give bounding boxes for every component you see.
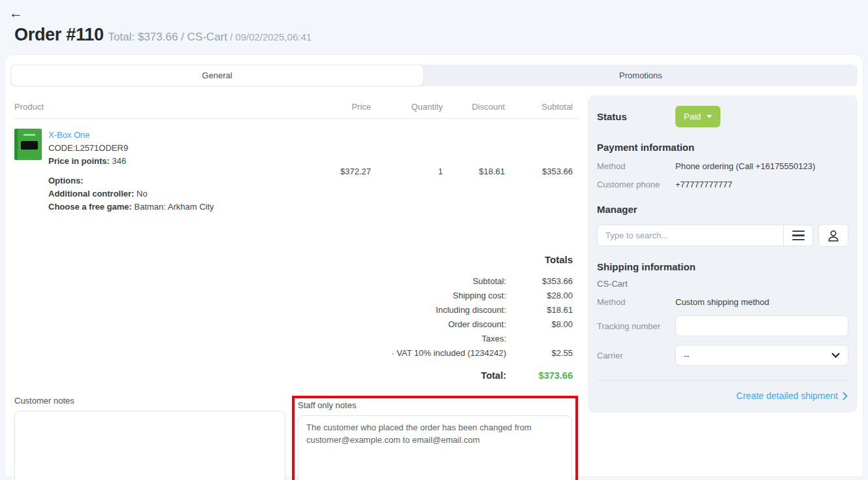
- carrier-row: Carrier --: [597, 345, 848, 366]
- column-header-subtotal: Subtotal: [505, 102, 578, 112]
- carrier-selected-value: --: [684, 351, 690, 360]
- payment-method-value: Phone ordering (Call +16175550123): [675, 161, 815, 171]
- totals-row-subtotal: Subtotal: $353.66: [14, 274, 578, 289]
- product-discount: $18.61: [443, 167, 505, 176]
- page-title: Order #110: [14, 25, 104, 44]
- order-status-button[interactable]: Paid: [675, 106, 720, 127]
- totals-row-total: Total: $373.66: [14, 368, 578, 383]
- manager-heading: Manager: [597, 204, 848, 215]
- product-code: CODE:L2571ODER9: [48, 142, 214, 155]
- panel-divider: [597, 380, 848, 381]
- product-thumbnail: [14, 129, 42, 160]
- title-row: Order #110Total: $373.66 / CS-Cart/ 09/0…: [9, 21, 868, 55]
- product-points-line: Price in points: 346: [48, 155, 214, 168]
- manager-search-input[interactable]: [597, 225, 783, 246]
- chevron-down-icon: [831, 353, 840, 359]
- totals-row-order-discount: Order discount: $8.00: [14, 317, 578, 332]
- shipping-method-value: Custom shipping method: [675, 297, 769, 307]
- column-header-discount: Discount: [443, 102, 505, 112]
- payment-method-row: Method Phone ordering (Call +16175550123…: [597, 161, 848, 171]
- column-header-product: Product: [14, 102, 293, 112]
- shipping-information-heading: Shipping information: [597, 261, 848, 272]
- person-icon: [826, 229, 841, 243]
- tab-bar: General Promotions: [10, 65, 858, 86]
- customer-notes-block: Customer notes: [14, 396, 285, 480]
- tracking-number-row: Tracking number: [597, 315, 848, 336]
- total-label: Total:: [481, 368, 506, 383]
- customer-notes-textarea[interactable]: [14, 411, 285, 480]
- product-name-link[interactable]: X-Box One: [48, 130, 90, 140]
- create-detailed-shipment-link[interactable]: Create detailed shipment: [597, 391, 848, 401]
- hamburger-icon: [792, 231, 805, 241]
- product-table-header: Product Price Quantity Discount Subtotal: [14, 95, 578, 119]
- back-arrow-icon[interactable]: ←: [9, 5, 26, 21]
- column-header-price: Price: [293, 102, 371, 112]
- order-status-panel: Status Paid Payment information Method P…: [588, 95, 858, 413]
- status-row: Status Paid: [597, 106, 848, 127]
- totals-row-taxes: Taxes:: [14, 332, 578, 346]
- payment-information-heading: Payment information: [597, 142, 848, 153]
- assign-manager-button[interactable]: [818, 224, 848, 247]
- product-options-heading: Options:: [48, 174, 214, 187]
- staff-notes-label: Staff only notes: [298, 400, 572, 410]
- product-option: Additional controller: No: [48, 187, 214, 200]
- product-quantity: 1: [371, 167, 443, 176]
- product-row: X-Box One CODE:L2571ODER9 Price in point…: [14, 119, 578, 221]
- product-subtotal: $353.66: [505, 167, 578, 176]
- product-price: $372.27: [293, 167, 371, 176]
- chevron-right-icon: [843, 392, 848, 400]
- notes-section: Customer notes Staff only notes The cust…: [14, 396, 578, 480]
- staff-notes-textarea[interactable]: The customer who placed the order has be…: [298, 415, 572, 480]
- totals-section: Totals Subtotal: $353.66 Shipping cost: …: [14, 254, 578, 383]
- tab-general[interactable]: General: [10, 65, 424, 86]
- tracking-number-input[interactable]: [675, 315, 848, 336]
- manager-search-row: [597, 224, 848, 247]
- carrier-select[interactable]: --: [675, 345, 848, 366]
- order-details-column: Product Price Quantity Discount Subtotal…: [14, 95, 578, 480]
- status-label: Status: [597, 111, 675, 122]
- customer-notes-label: Customer notes: [14, 396, 285, 406]
- caret-down-icon: [707, 115, 712, 118]
- tab-promotions[interactable]: Promotions: [424, 65, 858, 86]
- page-header: ← Order #110Total: $373.66 / CS-Cart/ 09…: [0, 0, 868, 55]
- totals-row-shipping: Shipping cost: $28.00: [14, 289, 578, 303]
- staff-notes-highlight-box: Staff only notes The customer who placed…: [292, 396, 578, 480]
- order-summary-text: Total: $373.66 / CS-Cart: [108, 31, 227, 43]
- totals-row-including-discount: Including discount: $18.61: [14, 303, 578, 317]
- customer-phone-row: Customer phone +77777777777: [597, 180, 848, 189]
- shipping-company: CS-Cart: [597, 279, 848, 289]
- order-date-text: / 09/02/2025,06:41: [230, 31, 312, 42]
- total-value: $373.66: [506, 368, 578, 383]
- totals-heading: Totals: [14, 254, 578, 265]
- order-card: General Promotions Product Price Quantit…: [5, 55, 863, 476]
- product-option: Choose a free game: Batman: Arkham City: [48, 200, 214, 214]
- manager-list-button[interactable]: [783, 225, 813, 246]
- column-header-quantity: Quantity: [371, 102, 443, 112]
- customer-phone-value: +77777777777: [675, 180, 732, 189]
- totals-row-vat: · VAT 10% included (1234242) $2.55: [14, 346, 578, 360]
- shipping-method-row: Method Custom shipping method: [597, 297, 848, 307]
